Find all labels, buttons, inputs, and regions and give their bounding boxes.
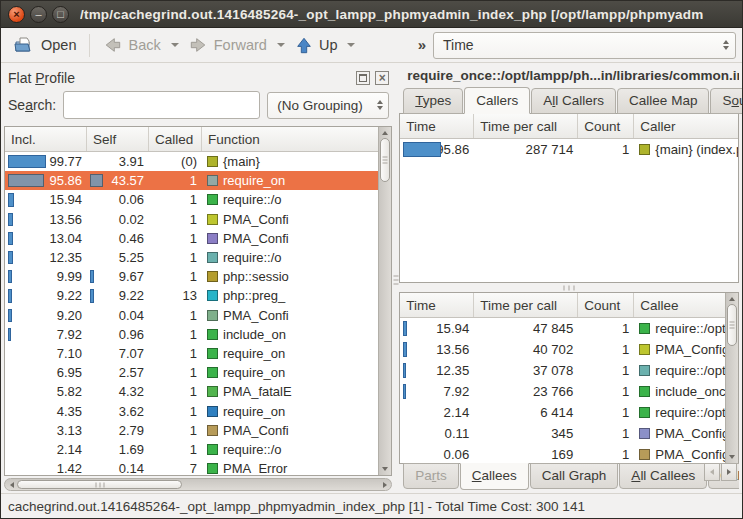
open-button[interactable]: Open bbox=[7, 33, 83, 57]
back-button[interactable]: Back bbox=[96, 33, 167, 57]
function-row[interactable]: 9.20 0.04 1 PMA_Confi bbox=[5, 306, 378, 325]
function-type-color-icon bbox=[207, 463, 218, 474]
callee-row[interactable]: 0.11 345 1 PMA_Config->enable… bbox=[400, 423, 725, 444]
column-header-caller[interactable]: Caller bbox=[634, 114, 738, 138]
panel-float-button[interactable] bbox=[356, 71, 370, 85]
function-type-color-icon bbox=[639, 428, 650, 439]
function-row[interactable]: 7.92 0.96 1 include_on bbox=[5, 325, 378, 344]
detail-tab[interactable]: Call Graph bbox=[530, 463, 619, 489]
window-maximize-button[interactable]: □ bbox=[52, 6, 69, 23]
function-type-color-icon bbox=[207, 406, 218, 417]
function-row[interactable]: 4.35 3.62 1 require_on bbox=[5, 401, 378, 420]
scrollbar-thumb[interactable] bbox=[17, 480, 182, 489]
column-header-called[interactable]: Called bbox=[149, 127, 202, 151]
function-row[interactable]: 15.94 0.06 1 require::/o bbox=[5, 190, 378, 209]
scroll-right-icon bbox=[727, 469, 731, 475]
window-minimize-button[interactable]: – bbox=[30, 6, 47, 23]
scrollbar-thumb[interactable] bbox=[380, 138, 390, 182]
column-header-time-per-call[interactable]: Time per call bbox=[474, 114, 578, 138]
function-detail-panel: require_once::/opt/lampp/ph...in/librari… bbox=[399, 66, 739, 493]
panel-title: Flat Profile bbox=[8, 70, 75, 86]
function-row[interactable]: 6.95 2.57 1 require_on bbox=[5, 363, 378, 382]
scroll-up-icon bbox=[729, 297, 735, 301]
column-header-time[interactable]: Time bbox=[400, 293, 474, 317]
up-label: Up bbox=[319, 37, 338, 53]
callee-row[interactable]: 7.92 23 766 1 include_once::/opt/la… bbox=[400, 381, 725, 402]
caret-down-icon bbox=[347, 43, 355, 47]
column-header-count[interactable]: Count bbox=[578, 293, 634, 317]
forward-button[interactable]: Forward bbox=[182, 33, 274, 57]
back-history-dropdown[interactable] bbox=[168, 34, 182, 56]
callee-row[interactable]: 2.14 6 414 1 require::/opt/lampp/p… bbox=[400, 402, 725, 423]
function-type-color-icon bbox=[639, 144, 650, 155]
function-row[interactable]: 95.86 43.57 1 require_on bbox=[5, 171, 378, 190]
function-row[interactable]: 12.35 5.25 1 require::/o bbox=[5, 248, 378, 267]
toolbar-separator bbox=[89, 34, 90, 57]
flat-profile-vertical-scrollbar[interactable] bbox=[378, 127, 391, 475]
caller-row[interactable]: 95.86 287 714 1 {main} (index.php) bbox=[400, 139, 738, 160]
function-row[interactable]: 3.13 2.79 1 PMA_Confi bbox=[5, 421, 378, 440]
function-row[interactable]: 13.56 0.02 1 PMA_Confi bbox=[5, 210, 378, 229]
column-header-count[interactable]: Count bbox=[578, 114, 634, 138]
arrow-up-icon bbox=[295, 36, 313, 55]
scroll-left-icon bbox=[10, 482, 14, 488]
detail-tab[interactable]: Parts bbox=[403, 463, 459, 489]
function-row[interactable]: 99.77 3.91 (0) {main} bbox=[5, 152, 378, 171]
scroll-up-icon bbox=[382, 131, 388, 135]
detail-tab[interactable]: All Callers bbox=[531, 88, 616, 114]
event-type-value: Time bbox=[443, 37, 474, 53]
up-button[interactable]: Up bbox=[288, 33, 345, 58]
function-type-color-icon bbox=[207, 175, 218, 186]
function-type-color-icon bbox=[207, 348, 218, 359]
column-header-time[interactable]: Time bbox=[400, 114, 474, 138]
scroll-down-icon bbox=[382, 467, 388, 471]
detail-tab[interactable]: Source Code bbox=[710, 88, 743, 114]
function-type-color-icon bbox=[639, 449, 650, 460]
panel-splitter[interactable] bbox=[392, 66, 399, 493]
detail-tab[interactable]: Types bbox=[403, 88, 463, 114]
function-row[interactable]: 7.10 7.07 1 require_on bbox=[5, 344, 378, 363]
callee-row[interactable]: 13.56 40 702 1 PMA_Config->__const… bbox=[400, 339, 725, 360]
detail-splitter[interactable] bbox=[399, 283, 739, 292]
forward-history-dropdown[interactable] bbox=[274, 34, 288, 56]
column-header-incl[interactable]: Incl. bbox=[5, 127, 87, 151]
detail-tab[interactable]: Callees bbox=[460, 463, 529, 490]
search-input[interactable] bbox=[63, 91, 260, 119]
column-header-callee[interactable]: Callee bbox=[634, 293, 725, 317]
function-row[interactable]: 13.04 0.46 1 PMA_Confi bbox=[5, 229, 378, 248]
flat-profile-panel: Flat Profile Search: (No Grouping) Incl.… bbox=[4, 66, 392, 493]
callee-row[interactable]: 0.06 169 1 PMA_Config->checkP… bbox=[400, 444, 725, 463]
column-header-function[interactable]: Function bbox=[202, 127, 378, 151]
callee-row[interactable]: 12.35 37 078 1 require::/opt/lampp/p… bbox=[400, 360, 725, 381]
function-row[interactable]: 9.22 9.22 13 php::preg_ bbox=[5, 286, 378, 305]
detail-tab[interactable]: Callee Map bbox=[617, 88, 709, 114]
splitter-grip-icon bbox=[393, 275, 398, 284]
function-row[interactable]: 1.42 0.14 7 PMA_Error bbox=[5, 459, 378, 475]
column-header-self[interactable]: Self bbox=[87, 127, 149, 151]
function-row[interactable]: 2.14 1.69 1 require::/o bbox=[5, 440, 378, 459]
toolbar-overflow-chevron[interactable]: » bbox=[418, 36, 433, 55]
tab-scroll-left-button[interactable] bbox=[704, 463, 720, 481]
panel-close-button[interactable] bbox=[375, 71, 389, 85]
function-row[interactable]: 5.82 4.32 1 PMA_fatalE bbox=[5, 382, 378, 401]
toolbar: Open Back Forward Up » Time bbox=[1, 28, 742, 63]
detail-tab[interactable]: Callers bbox=[464, 87, 530, 114]
window-close-button[interactable]: × bbox=[8, 6, 25, 23]
function-type-color-icon bbox=[207, 194, 218, 205]
scroll-down-icon bbox=[729, 455, 735, 459]
scroll-right-icon bbox=[383, 482, 387, 488]
function-row[interactable]: 9.99 9.67 1 php::sessio bbox=[5, 267, 378, 286]
grouping-combobox[interactable]: (No Grouping) bbox=[267, 92, 389, 119]
column-header-time-per-call[interactable]: Time per call bbox=[474, 293, 578, 317]
tab-scroll-right-button[interactable] bbox=[721, 463, 737, 481]
event-type-combobox[interactable]: Time bbox=[433, 32, 736, 59]
callee-row[interactable]: 15.94 47 845 1 require::/opt/lampp/p… bbox=[400, 318, 725, 339]
arrow-left-icon bbox=[103, 36, 122, 54]
detail-tab[interactable]: All Callees bbox=[619, 463, 707, 489]
function-type-color-icon bbox=[207, 386, 218, 397]
scrollbar-thumb[interactable] bbox=[727, 304, 737, 346]
callees-vertical-scrollbar[interactable] bbox=[725, 293, 738, 463]
flat-profile-horizontal-scrollbar[interactable] bbox=[4, 478, 392, 491]
up-dropdown[interactable] bbox=[344, 34, 358, 56]
function-type-color-icon bbox=[207, 252, 218, 263]
